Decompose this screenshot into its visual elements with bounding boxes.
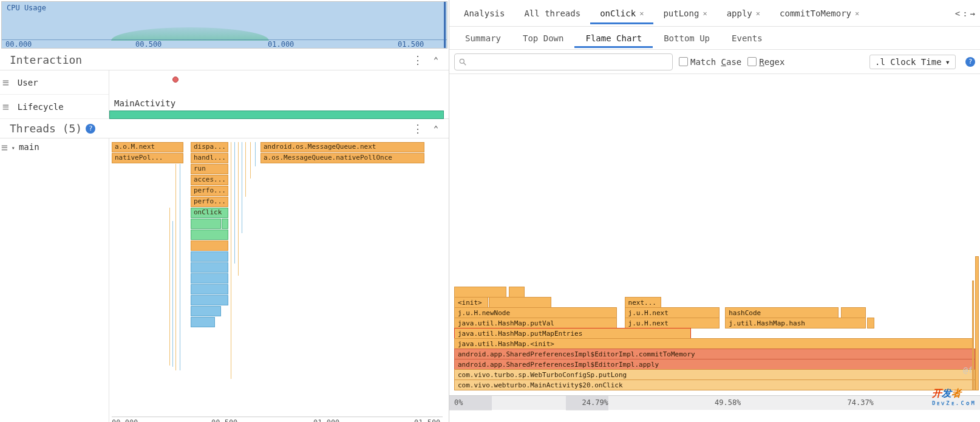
tab-putlong[interactable]: putLong✕ <box>653 2 716 24</box>
flame-frame[interactable] <box>509 287 525 298</box>
cpu-selection-marker[interactable] <box>444 2 446 48</box>
flame-frame[interactable]: j.u.H.newNode <box>454 307 617 318</box>
tab-bottomup[interactable]: Bottom Up <box>653 29 721 48</box>
tab-all-threads[interactable]: All threads <box>514 2 590 24</box>
help-icon[interactable]: ? <box>86 124 95 134</box>
trace-frame[interactable] <box>191 284 228 294</box>
match-case-checkbox[interactable]: Match Case <box>679 57 741 67</box>
interaction-row-user[interactable]: User <box>0 70 109 95</box>
tab-analysis[interactable]: Analysis <box>454 2 514 24</box>
nav-sep-icon: : <box>962 9 967 18</box>
regex-checkbox[interactable]: Regex <box>747 57 784 67</box>
threads-list: main <box>0 138 109 422</box>
tab-events[interactable]: Events <box>721 29 774 48</box>
flame-frame[interactable] <box>841 307 866 318</box>
flame-frame[interactable]: j.u.H.next <box>625 318 720 328</box>
brand-watermark: 开发者 DᴇᴠZᴇ.CᴏM <box>932 387 976 406</box>
close-icon[interactable]: ✕ <box>855 9 859 18</box>
trace-frame[interactable]: a.o.M.next <box>112 142 183 152</box>
trace-frame[interactable] <box>191 273 228 284</box>
svg-point-0 <box>460 59 464 63</box>
flame-frame[interactable] <box>489 297 551 308</box>
flame-frame[interactable]: com.vivo.turbo.sp.WebTurboConfigSp.putLo… <box>454 369 975 380</box>
trace-frame[interactable]: perfo... <box>191 186 228 196</box>
hamburger-icon <box>1 141 8 154</box>
more-icon[interactable] <box>411 53 424 67</box>
flame-frame[interactable]: android.app.SharedPreferencesImpl$Editor… <box>454 349 975 359</box>
search-input[interactable] <box>469 58 669 66</box>
trace-frame[interactable] <box>191 230 228 240</box>
trace-frame[interactable] <box>191 317 215 327</box>
search-input-box[interactable] <box>454 53 673 70</box>
help-icon[interactable]: ? <box>965 57 975 67</box>
trace-frame[interactable]: a.os.MessageQueue.nativePollOnce <box>260 153 424 163</box>
flame-frame[interactable]: java.util.HashMap.<init> <box>454 338 973 349</box>
more-icon[interactable] <box>411 122 424 135</box>
left-panel: CPU Usage 00.000 00.500 01.000 01.500 In… <box>0 0 449 422</box>
flame-frame[interactable]: next... <box>625 297 661 308</box>
flame-frame[interactable]: j.u.H.next <box>625 307 720 318</box>
trace-frame[interactable]: dispa... <box>191 142 228 152</box>
trace-frame[interactable] <box>191 251 228 262</box>
flame-narrow-strip[interactable] <box>975 256 979 390</box>
analysis-tabs: Analysis All threads onClick✕ putLong✕ a… <box>449 0 980 27</box>
close-icon[interactable]: ✕ <box>756 9 760 18</box>
trace-frame[interactable]: perfo... <box>191 197 228 207</box>
search-icon <box>458 58 467 66</box>
flame-frame[interactable]: j.util.HashMap.hash <box>725 318 866 328</box>
flame-frame[interactable]: android.app.SharedPreferencesImpl$Editor… <box>454 359 975 370</box>
tab-onclick[interactable]: onClick✕ <box>590 2 653 24</box>
mainactivity-bar[interactable]: MainActivity <box>109 97 444 116</box>
trace-frame[interactable] <box>191 262 228 273</box>
cpu-area <box>2 11 447 41</box>
tab-nav: < : → <box>955 9 975 18</box>
tab-topdown[interactable]: Top Down <box>512 29 574 48</box>
trace-frame[interactable] <box>191 219 221 229</box>
flame-chart[interactable]: <init>next...j.u.H.newNodej.u.H.nexthash… <box>449 74 980 422</box>
trace-frame[interactable] <box>191 295 228 305</box>
trace-frame[interactable]: nativePol... <box>112 153 183 163</box>
tab-summary[interactable]: Summary <box>454 29 512 48</box>
cpu-usage-strip[interactable]: CPU Usage 00.000 00.500 01.000 01.500 <box>1 1 447 49</box>
nav-right-icon[interactable]: → <box>970 9 975 18</box>
flame-frame[interactable]: java.util.HashMap.putMapEntries <box>454 328 691 339</box>
thread-trace-area[interactable]: a.o.M.next dispa... android.os.MessageQu… <box>109 138 449 422</box>
threads-body: main a.o.M.next dispa... android.os.Mess… <box>0 138 449 422</box>
time-mode-dropdown[interactable]: .l Clock Time ▾ <box>869 55 956 69</box>
close-icon[interactable]: ✕ <box>639 9 644 18</box>
interaction-row-lifecycle[interactable]: Lifecycle <box>0 95 109 119</box>
tab-apply[interactable]: apply✕ <box>717 2 770 24</box>
expand-icon[interactable] <box>12 142 15 152</box>
trace-frame[interactable] <box>222 219 228 229</box>
trace-frame[interactable]: android.os.MessageQueue.next <box>260 142 424 152</box>
hamburger-icon <box>2 100 9 113</box>
flame-frame[interactable]: hashCode <box>725 307 839 318</box>
right-panel: Analysis All threads onClick✕ putLong✕ a… <box>449 0 980 422</box>
trace-frame-onclick[interactable]: onClick <box>191 208 228 218</box>
flame-frame[interactable] <box>867 318 874 328</box>
flame-frame[interactable]: com.vivo.webturbo.MainActivity$20.onClic… <box>454 379 975 390</box>
trace-frame[interactable] <box>191 306 221 316</box>
trace-frame[interactable]: handl... <box>191 153 228 163</box>
tab-flamechart[interactable]: Flame Chart <box>574 29 653 48</box>
thread-main-row[interactable]: main <box>0 138 109 155</box>
nav-left-icon[interactable]: < <box>955 9 960 18</box>
touch-event-icon[interactable] <box>172 77 179 83</box>
trace-frame[interactable] <box>191 240 228 251</box>
trace-frame[interactable]: acces... <box>191 175 228 185</box>
interaction-header: Interaction <box>0 50 449 70</box>
collapse-icon[interactable] <box>429 122 443 135</box>
trace-frame[interactable]: run <box>191 164 228 174</box>
flame-frame[interactable] <box>454 287 506 298</box>
flame-frame[interactable]: <init> <box>454 297 488 308</box>
close-icon[interactable]: ✕ <box>703 9 707 18</box>
flame-frame[interactable]: java.util.HashMap.putVal <box>454 318 617 328</box>
hamburger-icon <box>2 76 9 89</box>
cpu-scale: 00.000 00.500 01.000 01.500 <box>2 39 447 48</box>
checkbox-icon <box>747 57 757 66</box>
collapse-icon[interactable] <box>429 53 443 67</box>
tab-committomemory[interactable]: commitToMemory✕ <box>770 2 869 24</box>
checkbox-icon <box>679 57 688 66</box>
interaction-timeline[interactable]: MainActivity <box>109 70 449 118</box>
flame-ruler: 0% 24.79% 49.58% 74.37% <box>449 395 980 410</box>
